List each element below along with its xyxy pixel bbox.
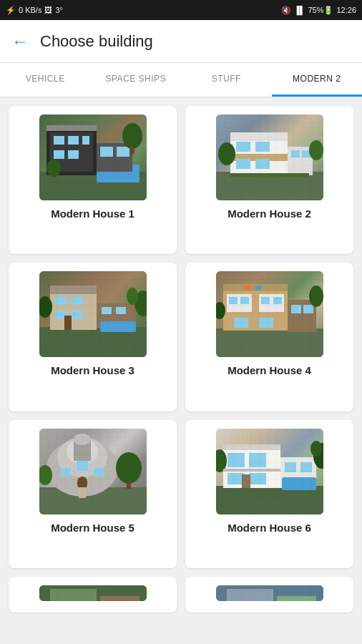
tab-spaceships[interactable]: SPACE SHIPS: [91, 63, 182, 97]
building-image-1: [39, 114, 147, 200]
building-card-4[interactable]: Modern House 4: [185, 263, 353, 411]
temperature: 3°: [55, 6, 63, 14]
svg-point-27: [218, 142, 235, 165]
svg-point-28: [309, 140, 323, 160]
building-image-6: [216, 429, 323, 514]
svg-rect-18: [230, 132, 288, 141]
svg-point-91: [310, 441, 322, 457]
svg-rect-61: [245, 286, 250, 290]
svg-rect-38: [102, 307, 112, 314]
svg-rect-87: [282, 477, 316, 490]
house-thumbnail-4: [216, 271, 323, 357]
house-thumbnail-5: [39, 429, 147, 514]
building-image-4: [216, 271, 323, 357]
svg-rect-37: [72, 311, 83, 319]
building-card-6[interactable]: Modern House 6: [185, 420, 353, 568]
svg-rect-70: [94, 468, 104, 477]
back-button[interactable]: ←: [11, 31, 29, 52]
back-arrow-icon: ←: [11, 31, 29, 52]
signal-bars: ▐▌: [294, 6, 305, 14]
svg-rect-6: [54, 150, 64, 159]
svg-rect-69: [61, 468, 71, 477]
svg-rect-26: [302, 150, 310, 157]
svg-point-12: [122, 123, 142, 149]
building-name-6: Modern House 6: [228, 522, 311, 534]
svg-rect-71: [77, 461, 88, 471]
svg-rect-33: [50, 286, 97, 294]
photo-icon: 🖼: [44, 6, 52, 14]
svg-rect-4: [68, 136, 79, 145]
building-card-3[interactable]: Modern House 3: [9, 263, 177, 411]
svg-rect-21: [255, 142, 270, 152]
building-name-5: Modern House 5: [51, 522, 134, 534]
building-image-3: [39, 271, 147, 357]
svg-rect-8: [97, 165, 140, 182]
building-card-1[interactable]: Modern House 1: [9, 106, 177, 254]
svg-rect-97: [227, 589, 273, 601]
svg-rect-19: [230, 154, 288, 161]
status-bar: ⚡ 0 KB/s 🖼 3° 🔇 ▐▌ 75%🔋 12:26: [0, 0, 362, 20]
svg-rect-85: [285, 462, 296, 472]
svg-rect-58: [303, 305, 313, 313]
building-image-5: [39, 429, 147, 514]
battery-level: 75%🔋: [308, 6, 333, 15]
svg-rect-29: [230, 173, 309, 177]
svg-rect-83: [228, 473, 245, 484]
svg-rect-76: [79, 487, 86, 498]
svg-rect-5: [82, 136, 89, 145]
svg-rect-23: [255, 159, 270, 169]
house-thumbnail-2: [216, 114, 323, 200]
tab-vehicle[interactable]: VEHICLE: [0, 63, 91, 97]
svg-point-89: [216, 449, 227, 472]
svg-rect-20: [236, 142, 250, 152]
status-right: 🔇 ▐▌ 75%🔋 12:26: [281, 6, 356, 15]
building-image-8-partial: [216, 585, 323, 601]
svg-rect-78: [223, 449, 280, 488]
svg-rect-1: [47, 129, 97, 175]
house-thumbnail-1: [39, 114, 147, 200]
page-title: Choose building: [40, 32, 153, 51]
svg-rect-32: [97, 303, 136, 328]
svg-rect-49: [259, 294, 284, 312]
tab-stuff[interactable]: STUFF: [181, 63, 272, 97]
clock: 12:26: [336, 6, 356, 14]
svg-rect-57: [291, 305, 301, 313]
svg-point-14: [47, 160, 61, 177]
svg-rect-0: [39, 172, 147, 200]
svg-point-75: [39, 465, 52, 485]
svg-rect-53: [273, 297, 282, 304]
svg-rect-34: [55, 296, 67, 305]
svg-rect-11: [117, 147, 129, 157]
svg-rect-50: [229, 297, 238, 304]
svg-rect-79: [280, 457, 316, 488]
svg-rect-62: [255, 286, 261, 290]
svg-rect-82: [249, 453, 266, 467]
svg-rect-81: [228, 453, 245, 467]
svg-rect-24: [288, 147, 313, 175]
svg-rect-93: [39, 585, 147, 601]
building-name-4: Modern House 4: [228, 364, 311, 376]
building-card-8-partial[interactable]: [185, 577, 353, 613]
building-image-2: [216, 114, 323, 200]
svg-rect-98: [277, 596, 316, 601]
building-card-7-partial[interactable]: [9, 577, 177, 613]
svg-rect-51: [240, 297, 249, 304]
building-name-1: Modern House 1: [51, 208, 134, 220]
svg-rect-30: [39, 327, 147, 357]
svg-rect-13: [130, 147, 134, 154]
tab-modern2[interactable]: MODERN 2: [272, 63, 363, 97]
top-bar: ← Choose building: [0, 20, 362, 63]
house-thumbnail-7: [39, 585, 147, 601]
house-thumbnail-6: [216, 429, 323, 514]
svg-rect-17: [230, 140, 288, 175]
svg-rect-86: [300, 462, 312, 472]
svg-point-43: [127, 288, 138, 305]
svg-rect-35: [72, 296, 83, 305]
svg-rect-7: [68, 150, 79, 159]
svg-point-41: [39, 296, 52, 318]
building-card-5[interactable]: Modern House 5: [9, 420, 177, 568]
building-card-2[interactable]: Modern House 2: [185, 106, 353, 254]
svg-rect-22: [236, 159, 250, 169]
svg-point-73: [116, 452, 142, 484]
data-speed: 0 KB/s: [19, 6, 41, 14]
